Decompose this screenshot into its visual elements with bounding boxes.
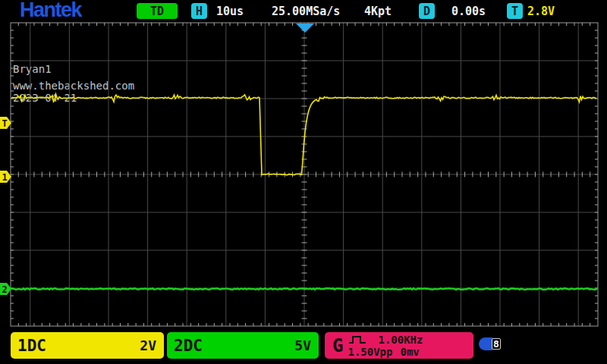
generator-offset: 0mv bbox=[400, 346, 419, 358]
channel1-scale-value: 2V bbox=[140, 337, 164, 353]
waveform-display: T12 bbox=[0, 0, 607, 364]
oscilloscope-screen: Hantek TD H 10us 25.00MSa/s 4Kpt D 0.00s… bbox=[0, 0, 607, 364]
generator-status-box[interactable]: G 1.00KHz 1.50Vpp 0mv bbox=[325, 332, 473, 359]
generator-amplitude: 1.50Vpp bbox=[348, 346, 392, 358]
generator-label: G bbox=[325, 335, 348, 356]
square-wave-icon bbox=[348, 334, 370, 344]
generator-frequency: 1.00KHz bbox=[378, 334, 423, 346]
bottom-status-bar: 1DC 2V 2DC 5V G 1.00KHz 1.50Vpp bbox=[0, 331, 607, 364]
ch1-zero-marker-label: 1 bbox=[2, 172, 8, 183]
ch2-trace bbox=[11, 288, 597, 290]
trigger-level-marker-label: T bbox=[2, 118, 8, 129]
usb-device-icon: 8 bbox=[479, 337, 501, 350]
trigger-position-marker[interactable] bbox=[296, 24, 314, 33]
channel2-scale-value: 5V bbox=[294, 337, 319, 353]
channel2-coupling-label: 2DC bbox=[167, 337, 203, 355]
channel2-status-box[interactable]: 2DC 5V bbox=[167, 332, 319, 359]
ch2-zero-marker-label: 2 bbox=[2, 284, 8, 295]
usb-digit-label: 8 bbox=[492, 338, 501, 350]
channel1-coupling-label: 1DC bbox=[11, 337, 46, 355]
channel1-status-box[interactable]: 1DC 2V bbox=[11, 332, 164, 359]
